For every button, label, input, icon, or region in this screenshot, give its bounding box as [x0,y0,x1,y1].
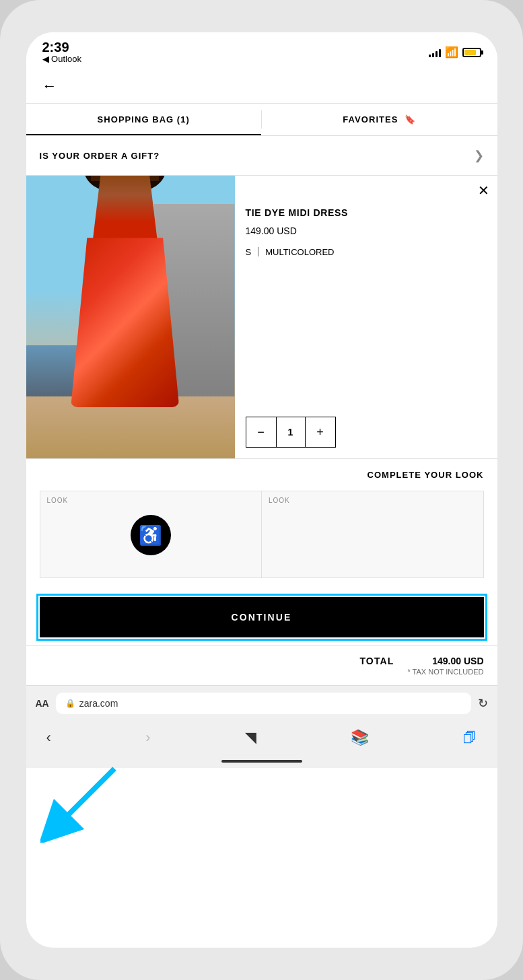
back-to-outlook[interactable]: ◀ Outlook [42,54,81,64]
browser-back-button[interactable]: ‹ [46,729,51,746]
tab-shopping-bag[interactable]: SHOPPING BAG (1) [26,104,262,135]
product-details: ✕ TIE DYE MIDI DRESS 149.00 USD S MULTIC… [235,176,497,458]
continue-button[interactable]: CONTINUE [40,597,484,637]
look-label-2: LOOK [269,497,290,504]
browser-bar: AA 🔒 zara.com ↻ [26,685,497,721]
product-size: S [246,247,252,257]
product-variant: S MULTICOLORED [246,247,487,257]
url-text: zara.com [79,698,118,709]
tax-note: * TAX NOT INCLUDED [407,668,483,676]
nav-bar: ← [26,69,497,104]
product-price: 149.00 USD [246,225,487,236]
font-size-button[interactable]: AA [36,698,49,709]
look-card-1[interactable]: LOOK ♿ [40,491,262,578]
browser-nav: ‹ › ◥ 📚 🗍 [26,721,497,755]
status-time: 2:39 [42,40,69,54]
product-color: MULTICOLORED [265,247,334,257]
increase-quantity-button[interactable]: + [306,417,335,447]
gift-banner[interactable]: IS YOUR ORDER A GIFT? ❯ [26,136,497,176]
remove-item-button[interactable]: ✕ [478,184,489,197]
product-card: ✕ TIE DYE MIDI DRESS 149.00 USD S MULTIC… [26,176,497,459]
look-label-1: LOOK [47,497,69,504]
bookmark-icon: 🔖 [405,114,416,125]
share-button[interactable]: ◥ [245,729,256,746]
product-name: TIE DYE MIDI DRESS [246,207,487,220]
bookmarks-button[interactable]: 📚 [351,729,369,746]
complete-look-title: COMPLETE YOUR LOOK [40,470,484,480]
variant-divider [258,247,258,256]
home-bar [221,760,302,763]
look-cards: LOOK ♿ LOOK [40,491,484,578]
signal-icon [429,48,441,57]
total-label: TOTAL [359,656,394,666]
arrow-annotation [40,762,121,845]
total-amount: 149.00 USD [432,656,483,666]
quantity-value: 1 [276,417,306,447]
total-right: 149.00 USD * TAX NOT INCLUDED [407,656,483,676]
tabs: SHOPPING BAG (1) FAVORITES 🔖 [26,104,497,136]
look-card-2[interactable]: LOOK [261,491,484,578]
url-bar[interactable]: 🔒 zara.com [56,693,471,714]
browser-forward-button[interactable]: › [145,729,150,746]
back-button[interactable]: ← [40,75,60,98]
wifi-icon: 📶 [445,46,458,59]
quantity-control: − 1 + [246,417,336,448]
gift-text: IS YOUR ORDER A GIFT? [40,151,160,161]
status-left: 2:39 ◀ Outlook [42,40,81,64]
continue-section: CONTINUE [26,589,497,645]
svg-line-1 [54,769,114,829]
lock-icon: 🔒 [65,699,75,708]
decrease-quantity-button[interactable]: − [246,417,276,447]
status-bar: 2:39 ◀ Outlook 📶 [26,32,497,69]
tabs-button[interactable]: 🗍 [463,730,477,746]
chevron-right-icon: ❯ [474,148,484,163]
product-image [26,176,235,458]
battery-icon [462,48,481,57]
accessibility-icon: ♿ [139,524,162,547]
tab-favorites[interactable]: FAVORITES 🔖 [262,104,497,135]
complete-look-section: COMPLETE YOUR LOOK LOOK ♿ LOOK [26,459,497,589]
status-right: 📶 [429,46,481,59]
look-placeholder-1: ♿ [131,515,171,555]
total-bar: TOTAL 149.00 USD * TAX NOT INCLUDED [26,645,497,685]
reload-button[interactable]: ↻ [478,696,488,711]
